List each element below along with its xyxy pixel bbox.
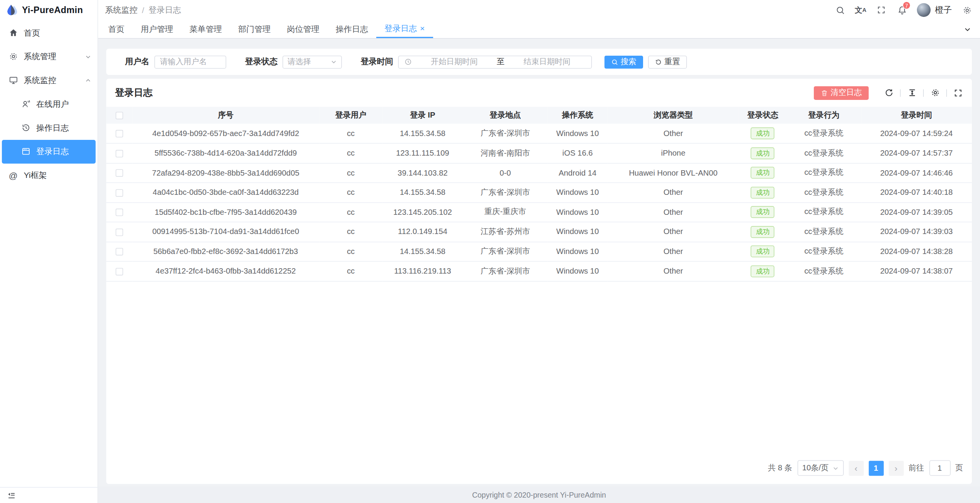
username: 橙子 bbox=[935, 4, 952, 15]
sidebar-collapse-bar bbox=[0, 487, 98, 503]
main-area: 系统监控 / 登录日志 文A 7 橙子 bbox=[98, 0, 980, 503]
status-badge: 成功 bbox=[751, 167, 775, 179]
home-icon bbox=[9, 28, 19, 38]
chevron-down-icon bbox=[85, 54, 91, 60]
window-icon bbox=[21, 147, 31, 157]
fullscreen-icon[interactable] bbox=[876, 4, 887, 15]
cell-browser: iPhone bbox=[607, 143, 739, 163]
logo[interactable]: Yi-PureAdmin bbox=[0, 0, 98, 20]
app-title: Yi-PureAdmin bbox=[22, 5, 83, 15]
cell-time: 2024-09-07 14:39:05 bbox=[861, 203, 972, 222]
select-all-checkbox[interactable] bbox=[115, 112, 123, 120]
page-number-button[interactable]: 1 bbox=[868, 460, 883, 475]
translate-icon[interactable]: 文A bbox=[855, 4, 866, 15]
fold-sidebar-icon[interactable] bbox=[8, 491, 16, 500]
sidebar-item-label: 在线用户 bbox=[36, 99, 69, 110]
row-checkbox[interactable] bbox=[115, 209, 123, 216]
date-range-picker[interactable]: 开始日期时间 至 结束日期时间 bbox=[398, 55, 592, 68]
tab-item[interactable]: 菜单管理 bbox=[181, 20, 230, 38]
page-size-select[interactable]: 10条/页 bbox=[797, 460, 843, 476]
cell-os: Windows 10 bbox=[548, 222, 607, 242]
sidebar-menu: 首页 系统管理 系统监控 bbox=[0, 20, 98, 188]
settings-gear-icon[interactable] bbox=[961, 4, 972, 15]
row-checkbox[interactable] bbox=[115, 130, 123, 138]
search-button[interactable]: 搜索 bbox=[604, 55, 643, 68]
status-badge: 成功 bbox=[751, 246, 775, 257]
cell-location: 江苏省-苏州市 bbox=[463, 222, 548, 242]
sidebar: Yi-PureAdmin 首页 系统管理 bbox=[0, 0, 98, 503]
sidebar-item-operation-log[interactable]: 操作日志 bbox=[0, 116, 98, 140]
row-checkbox[interactable] bbox=[115, 150, 123, 158]
sidebar-item-system-manage[interactable]: 系统管理 bbox=[0, 45, 98, 69]
select-all-header bbox=[106, 107, 132, 124]
monitor-icon bbox=[9, 76, 19, 86]
tab-item[interactable]: 操作日志 bbox=[328, 20, 377, 38]
sidebar-item-yi-framework[interactable]: @ Yi框架 bbox=[0, 164, 98, 188]
row-checkbox[interactable] bbox=[115, 248, 123, 256]
search-icon[interactable] bbox=[834, 4, 845, 15]
row-checkbox[interactable] bbox=[115, 229, 123, 236]
tab-item[interactable]: 岗位管理 bbox=[279, 20, 328, 38]
goto-page-input[interactable] bbox=[929, 460, 950, 476]
tab-bar-tabs: 首页用户管理菜单管理部门管理岗位管理操作日志登录日志× bbox=[100, 20, 433, 38]
cell-behavior: cc登录系统 bbox=[787, 124, 861, 143]
sidebar-item-login-log[interactable]: 登录日志 bbox=[2, 140, 96, 164]
tab-item[interactable]: 登录日志× bbox=[376, 20, 433, 38]
reset-button[interactable]: 重置 bbox=[648, 55, 687, 68]
panel-header: 登录日志 清空日志 bbox=[106, 79, 972, 107]
user-menu[interactable]: 橙子 bbox=[917, 3, 952, 17]
cell-user: cc bbox=[319, 163, 382, 183]
sidebar-item-home[interactable]: 首页 bbox=[0, 21, 98, 45]
column-header: 登录用户 bbox=[319, 107, 382, 124]
density-icon[interactable] bbox=[907, 88, 917, 98]
username-input[interactable] bbox=[154, 55, 226, 68]
clear-log-button[interactable]: 清空日志 bbox=[814, 86, 869, 100]
prev-page-button[interactable]: ‹ bbox=[848, 460, 863, 475]
cell-location: 河南省-南阳市 bbox=[463, 143, 548, 163]
login-status-label: 登录状态 bbox=[245, 56, 278, 67]
tab-label: 部门管理 bbox=[238, 23, 271, 35]
column-header: 登录状态 bbox=[739, 107, 787, 124]
cell-status: 成功 bbox=[739, 222, 787, 242]
cell-behavior: cc登录系统 bbox=[787, 163, 861, 183]
next-page-button[interactable]: › bbox=[888, 460, 903, 475]
cell-location: 广东省-深圳市 bbox=[463, 261, 548, 281]
sidebar-item-online-users[interactable]: 在线用户 bbox=[0, 93, 98, 116]
row-checkbox[interactable] bbox=[115, 169, 123, 177]
row-checkbox[interactable] bbox=[115, 189, 123, 197]
table-empty-space bbox=[106, 281, 972, 460]
sidebar-item-label: 首页 bbox=[24, 28, 40, 39]
cell-behavior: cc登录系统 bbox=[787, 203, 861, 222]
fullscreen-icon[interactable] bbox=[953, 88, 963, 98]
cell-os: Windows 10 bbox=[548, 124, 607, 143]
cell-id: 4e37ff12-2fc4-b463-0fbb-3a14dd612252 bbox=[132, 261, 319, 281]
tab-item[interactable]: 首页 bbox=[100, 20, 133, 38]
refresh-icon[interactable] bbox=[884, 88, 894, 98]
sidebar-item-system-monitor[interactable]: 系统监控 bbox=[0, 69, 98, 93]
table-row: 4e1d0549-b092-657b-aec7-3a14dd749fd2cc14… bbox=[106, 124, 972, 143]
login-status-select[interactable]: 请选择 bbox=[283, 55, 342, 68]
cell-ip: 112.0.149.154 bbox=[382, 222, 463, 242]
row-checkbox[interactable] bbox=[115, 268, 123, 276]
cell-user: cc bbox=[319, 143, 382, 163]
divider bbox=[900, 89, 901, 97]
cell-browser: Huawei Honor BVL-AN00 bbox=[607, 163, 739, 183]
cell-ip: 113.116.219.113 bbox=[382, 261, 463, 281]
at-icon: @ bbox=[9, 171, 19, 181]
tab-item[interactable]: 部门管理 bbox=[230, 20, 279, 38]
column-header: 登录时间 bbox=[861, 107, 972, 124]
tabs-dropdown-chevron-icon[interactable] bbox=[955, 20, 980, 38]
notification-bell-icon[interactable]: 7 bbox=[896, 4, 907, 15]
username-label: 用户名 bbox=[125, 56, 149, 67]
column-settings-gear-icon[interactable] bbox=[930, 88, 940, 98]
sidebar-item-label: 系统监控 bbox=[24, 75, 57, 86]
tab-close-icon[interactable]: × bbox=[420, 25, 425, 32]
cell-behavior: cc登录系统 bbox=[787, 143, 861, 163]
cell-ip: 14.155.34.58 bbox=[382, 124, 463, 143]
cell-behavior: cc登录系统 bbox=[787, 183, 861, 202]
notification-badge: 7 bbox=[903, 1, 911, 9]
tab-item[interactable]: 用户管理 bbox=[133, 20, 182, 38]
status-badge: 成功 bbox=[751, 206, 775, 218]
status-badge: 成功 bbox=[751, 186, 775, 198]
breadcrumb-parent[interactable]: 系统监控 bbox=[105, 4, 138, 15]
